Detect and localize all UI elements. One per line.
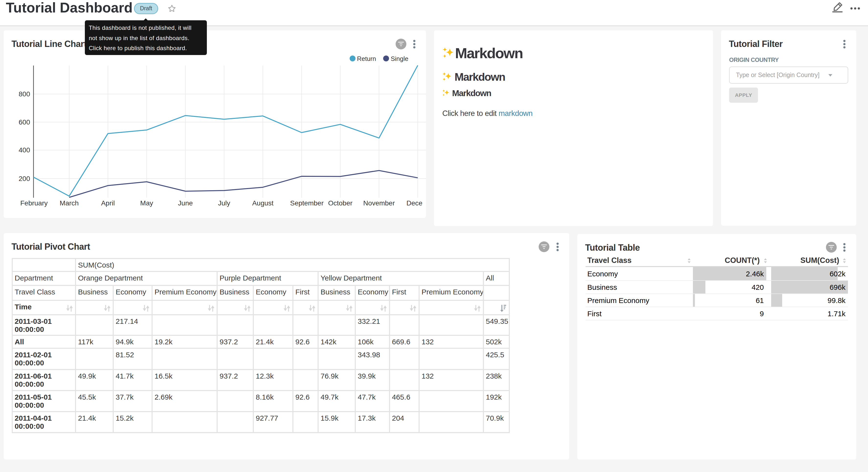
svg-text:800: 800 — [19, 90, 30, 98]
svg-text:May: May — [140, 199, 153, 207]
svg-text:Dece: Dece — [406, 199, 422, 207]
svg-text:400: 400 — [19, 146, 30, 154]
svg-text:June: June — [178, 199, 193, 207]
svg-text:November: November — [363, 199, 395, 207]
svg-text:February: February — [20, 199, 48, 207]
svg-text:March: March — [60, 199, 79, 207]
svg-text:600: 600 — [19, 118, 30, 126]
svg-text:April: April — [101, 199, 115, 207]
svg-text:200: 200 — [19, 175, 30, 182]
svg-text:September: September — [290, 199, 324, 207]
svg-text:July: July — [218, 199, 230, 207]
svg-text:August: August — [252, 199, 273, 207]
svg-text:October: October — [328, 199, 352, 207]
